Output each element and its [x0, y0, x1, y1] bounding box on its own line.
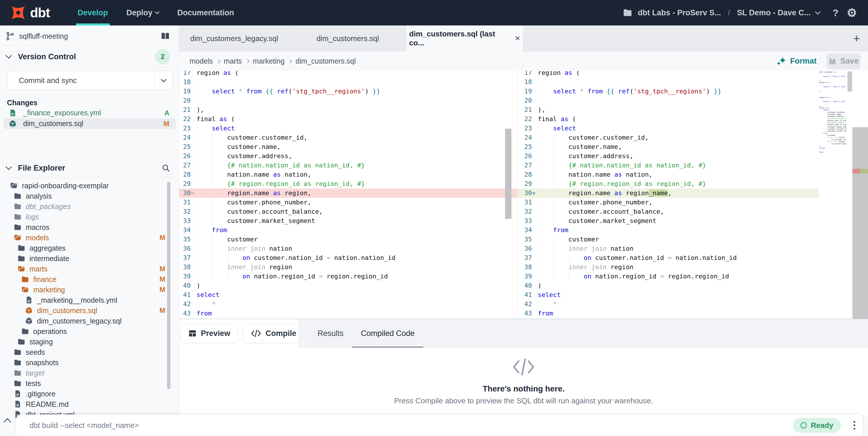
code-line-33[interactable]: 33 customer.market_segment	[179, 216, 517, 226]
save-button[interactable]: Save	[827, 53, 861, 69]
dbt-logo[interactable]: dbt	[10, 4, 50, 21]
new-tab-button[interactable]: +	[853, 33, 860, 44]
breadcrumb-item-marts[interactable]: marts	[224, 57, 242, 65]
nav-item-deploy[interactable]: Deploy	[127, 0, 159, 25]
tree-item-models[interactable]: modelsM	[0, 232, 174, 243]
code-line-42[interactable]: 42 *	[518, 299, 868, 309]
tree-item-analysis[interactable]: analysis	[0, 191, 174, 201]
nav-item-develop[interactable]: Develop	[78, 0, 108, 25]
code-line-17[interactable]: 17region as (	[518, 71, 868, 78]
account-name[interactable]: dbt Labs - ProServ S...	[638, 8, 721, 17]
preview-button[interactable]: Preview	[180, 323, 238, 343]
code-line-37[interactable]: 37 on customer.nation_id = nation.nation…	[518, 253, 868, 263]
tree-item-macros[interactable]: macros	[0, 222, 174, 232]
diff-pane-original[interactable]: 17region as (1819 select * from {{ ref('…	[179, 71, 517, 319]
editor-tab-dim_customers.sql (last co...[interactable]: dim_customers.sql (last co...✕	[406, 25, 524, 52]
code-line-40[interactable]: 40)	[179, 281, 517, 290]
code-line-32[interactable]: 32 customer.account_balance,	[179, 207, 517, 216]
code-line-19[interactable]: 19 select * from {{ ref('stg_tpch__regio…	[518, 87, 868, 96]
code-line-26[interactable]: 26 customer.address,	[518, 151, 868, 161]
breadcrumb-item-marketing[interactable]: marketing	[253, 57, 285, 65]
editor-tab-dim_customers_legacy.sql[interactable]: dim_customers_legacy.sql	[179, 25, 289, 52]
code-line-22[interactable]: 22final as (	[518, 115, 868, 124]
command-menu-kebab-icon[interactable]	[854, 421, 855, 430]
branch-name[interactable]: sqlfluff-meeting	[19, 32, 68, 40]
code-line-36[interactable]: 36 inner join nation	[179, 244, 517, 253]
editor-tab-dim_customers.sql[interactable]: dim_customers.sql	[289, 25, 406, 52]
file-search-icon[interactable]	[161, 164, 170, 172]
code-line-22[interactable]: 22final as (	[179, 115, 517, 124]
command-input[interactable]	[29, 421, 793, 430]
code-line-40[interactable]: 40)	[518, 281, 868, 290]
close-tab-icon[interactable]: ✕	[515, 34, 520, 42]
code-line-29[interactable]: 29 {# region.region_id as region_id, #}	[518, 179, 868, 188]
panel-tab-compiled-code[interactable]: Compiled Code	[352, 319, 423, 348]
code-line-41[interactable]: 41select	[518, 290, 868, 299]
format-button[interactable]: Format	[777, 56, 816, 66]
code-line-27[interactable]: 27 {# nation.nation_id as nation_id, #}	[179, 161, 517, 170]
code-line-27[interactable]: 27 {# nation.nation_id as nation_id, #}	[518, 161, 868, 170]
tree-item-dim_customers_legacy.sql[interactable]: dim_customers_legacy.sql	[0, 316, 174, 326]
code-line-41[interactable]: 41select	[179, 290, 517, 299]
changed-file-dim_customers.sql[interactable]: dim_customers.sqlM	[3, 118, 176, 129]
code-line-32[interactable]: 32 customer.account_balance,	[518, 207, 868, 216]
code-line-34[interactable]: 34 from	[179, 226, 517, 235]
tree-item-aggregates[interactable]: aggregates	[0, 243, 174, 253]
project-chevron-down-icon[interactable]	[815, 9, 820, 15]
tree-item-marketing[interactable]: marketingM	[0, 285, 174, 295]
code-line-34[interactable]: 34 from	[518, 226, 868, 235]
sidebar-scrollbar[interactable]	[167, 181, 170, 389]
changed-file-_finance_exposures.yml[interactable]: _finance_exposures.ymlA	[3, 108, 176, 118]
code-line-30[interactable]: 30− region.name as region,	[179, 188, 517, 198]
tree-item-operations[interactable]: operations	[0, 326, 174, 337]
code-line-35[interactable]: 35 customer	[179, 235, 517, 244]
editor-scrollbar-right[interactable]	[847, 71, 852, 92]
tree-item-logs[interactable]: logs	[0, 212, 174, 222]
tree-item-tests[interactable]: tests	[0, 378, 174, 388]
code-line-38[interactable]: 38 inner join region	[179, 263, 517, 272]
code-line-23[interactable]: 23 select	[179, 124, 517, 133]
code-line-25[interactable]: 25 customer.name,	[518, 142, 868, 151]
diff-pane-modified[interactable]: 17region as (1819 select * from {{ ref('…	[517, 71, 868, 319]
code-line-38[interactable]: 38 inner join region	[518, 263, 868, 272]
code-line-28[interactable]: 28 nation.name as nation,	[518, 170, 868, 179]
code-line-18[interactable]: 18	[179, 78, 517, 87]
code-line-28[interactable]: 28 nation.name as nation,	[179, 170, 517, 179]
diff-overview-ruler[interactable]	[852, 127, 868, 319]
code-line-31[interactable]: 31 customer.phone_number,	[179, 198, 517, 207]
code-line-19[interactable]: 19 select * from {{ ref('stg_tpch__regio…	[179, 87, 517, 96]
code-line-29[interactable]: 29 {# region.region_id as region_id, #}	[179, 179, 517, 188]
code-line-37[interactable]: 37 on customer.nation_id = nation.nation…	[179, 253, 517, 263]
tree-item-staging[interactable]: staging	[0, 337, 174, 347]
code-line-21[interactable]: 21),	[179, 105, 517, 115]
tree-item-intermediate[interactable]: intermediate	[0, 253, 174, 264]
breadcrumb-item-models[interactable]: models	[190, 57, 213, 65]
code-line-21[interactable]: 21),	[518, 105, 868, 115]
code-line-20[interactable]: 20	[518, 96, 868, 105]
code-line-33[interactable]: 33 customer.market_segment	[518, 216, 868, 226]
compile-button[interactable]: Compile	[243, 323, 304, 343]
nav-item-documentation[interactable]: Documentation	[178, 0, 234, 25]
code-line-39[interactable]: 39 on nation.region_id = region.region_i…	[179, 272, 517, 281]
code-line-42[interactable]: 42 *	[179, 299, 517, 309]
tree-item-snapshots[interactable]: snapshots	[0, 357, 174, 368]
code-line-39[interactable]: 39 on nation.region_id = region.region_i…	[518, 272, 868, 281]
tree-item-_marketing__models.yml[interactable]: _marketing__models.yml	[0, 295, 174, 305]
tree-item-README.md[interactable]: README.md	[0, 399, 174, 409]
tree-item-marts[interactable]: martsM	[0, 264, 174, 274]
file-explorer-section-header[interactable]: File Explorer	[0, 159, 179, 177]
tree-item-seeds[interactable]: seeds	[0, 347, 174, 357]
help-icon[interactable]: ?	[833, 7, 839, 19]
code-line-35[interactable]: 35 customer	[518, 235, 868, 244]
commit-and-sync-button[interactable]: Commit and sync	[7, 71, 173, 90]
code-line-20[interactable]: 20	[179, 96, 517, 105]
code-line-43[interactable]: 43from	[179, 309, 517, 318]
code-line-43[interactable]: 43from	[518, 309, 868, 318]
settings-gear-icon[interactable]: ⚙	[847, 7, 857, 19]
editor-scrollbar-left[interactable]	[505, 129, 512, 219]
tree-item-.gitignore[interactable]: .gitignore	[0, 388, 174, 399]
code-line-30[interactable]: 30+ region.name as region_name,	[518, 188, 868, 198]
expand-command-bar-icon[interactable]	[3, 418, 11, 426]
code-line-24[interactable]: 24 customer.customer_id,	[179, 133, 517, 142]
docs-book-icon[interactable]	[160, 31, 170, 41]
